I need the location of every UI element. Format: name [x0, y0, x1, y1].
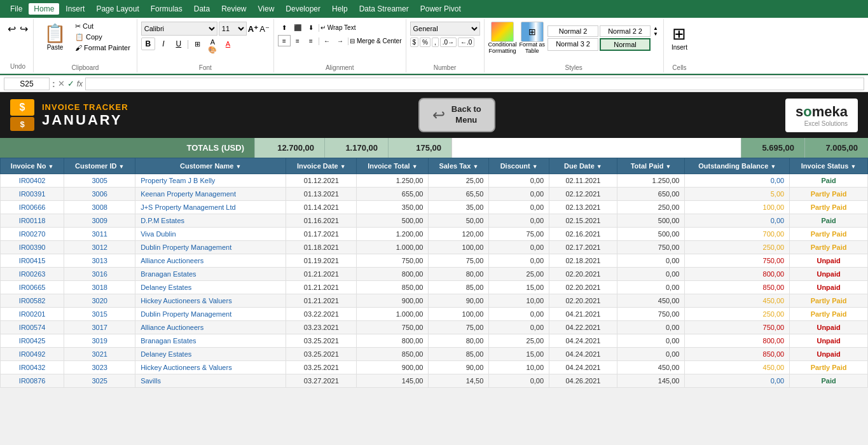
- table-cell[interactable]: Branagan Estates: [135, 334, 286, 348]
- merge-center-button[interactable]: ⊟ Merge & Center: [350, 38, 401, 44]
- table-cell[interactable]: 100,00: [685, 201, 790, 214]
- table-cell[interactable]: 3013: [64, 254, 135, 268]
- table-cell[interactable]: 3009: [64, 214, 135, 228]
- table-cell[interactable]: 65,50: [429, 188, 489, 201]
- table-cell[interactable]: 3018: [64, 281, 135, 294]
- table-cell[interactable]: 03.25.2021: [286, 361, 357, 374]
- table-cell[interactable]: 850,00: [357, 348, 429, 361]
- decrease-font-button[interactable]: A⁻: [259, 24, 270, 34]
- table-cell[interactable]: Dublin Property Management: [135, 308, 286, 321]
- table-cell[interactable]: 1.200,00: [357, 228, 429, 241]
- table-cell[interactable]: 0,00: [489, 308, 549, 321]
- table-cell[interactable]: IR00270: [1, 228, 64, 241]
- table-cell[interactable]: D.P.M Estates: [135, 214, 286, 228]
- increase-font-button[interactable]: A⁺: [248, 24, 258, 34]
- number-format-select[interactable]: General: [410, 22, 480, 36]
- table-cell[interactable]: Unpaid: [790, 321, 868, 334]
- table-cell[interactable]: 1.250,00: [617, 174, 685, 188]
- table-cell[interactable]: 900,00: [357, 294, 429, 308]
- table-cell[interactable]: Alliance Auctioneers: [135, 254, 286, 268]
- menu-help[interactable]: Help: [327, 3, 353, 15]
- table-cell[interactable]: 3008: [64, 201, 135, 214]
- table-cell[interactable]: 750,00: [685, 254, 790, 268]
- col-invoice-total[interactable]: Invoice Total ▼: [357, 158, 429, 174]
- table-cell[interactable]: 01.13.2021: [286, 188, 357, 201]
- table-cell[interactable]: 450,00: [617, 361, 685, 374]
- table-cell[interactable]: 0,00: [617, 348, 685, 361]
- table-cell[interactable]: IR00391: [1, 188, 64, 201]
- table-cell[interactable]: 75,00: [429, 254, 489, 268]
- table-cell[interactable]: 450,00: [685, 361, 790, 374]
- table-cell[interactable]: IR00263: [1, 268, 64, 281]
- table-cell[interactable]: 04.21.2021: [549, 308, 617, 321]
- underline-button[interactable]: U: [172, 38, 186, 50]
- table-cell[interactable]: 1.000,00: [357, 241, 429, 254]
- table-cell[interactable]: Unpaid: [790, 334, 868, 348]
- table-cell[interactable]: 02.17.2021: [549, 241, 617, 254]
- table-cell[interactable]: 02.18.2021: [549, 254, 617, 268]
- table-cell[interactable]: 03.25.2021: [286, 348, 357, 361]
- table-cell[interactable]: 0,00: [489, 201, 549, 214]
- confirm-formula-button[interactable]: ✓: [67, 79, 74, 88]
- table-cell[interactable]: IR00402: [1, 174, 64, 188]
- menu-review[interactable]: Review: [216, 3, 251, 15]
- table-cell[interactable]: 3020: [64, 294, 135, 308]
- styles-scroll-arrow[interactable]: ▲ ▼: [652, 25, 659, 37]
- table-cell[interactable]: Unpaid: [790, 281, 868, 294]
- table-cell[interactable]: 100,00: [429, 308, 489, 321]
- table-cell[interactable]: 0,00: [489, 374, 549, 388]
- table-cell[interactable]: 02.20.2021: [549, 294, 617, 308]
- table-cell[interactable]: 3021: [64, 348, 135, 361]
- table-cell[interactable]: IR00390: [1, 241, 64, 254]
- table-cell[interactable]: IR00425: [1, 334, 64, 348]
- table-cell[interactable]: 02.16.2021: [549, 228, 617, 241]
- table-cell[interactable]: 01.17.2021: [286, 228, 357, 241]
- wrap-text-button[interactable]: ↵ Wrap Text: [320, 24, 355, 31]
- table-cell[interactable]: 50,00: [429, 214, 489, 228]
- table-cell[interactable]: 75,00: [429, 321, 489, 334]
- table-cell[interactable]: IR00492: [1, 348, 64, 361]
- table-cell[interactable]: 3011: [64, 228, 135, 241]
- table-cell[interactable]: 900,00: [357, 361, 429, 374]
- table-cell[interactable]: 04.22.2021: [549, 321, 617, 334]
- table-cell[interactable]: 01.14.2021: [286, 201, 357, 214]
- table-cell[interactable]: 01.19.2021: [286, 254, 357, 268]
- menu-home[interactable]: Home: [29, 3, 59, 15]
- redo-button[interactable]: ↪: [18, 22, 29, 36]
- decimal-increase-button[interactable]: .0→: [440, 38, 457, 47]
- percent-button[interactable]: %: [420, 38, 431, 47]
- copy-button[interactable]: 📋 Copy: [74, 32, 132, 42]
- menu-view[interactable]: View: [253, 3, 280, 15]
- table-cell[interactable]: 85,00: [429, 348, 489, 361]
- align-center-button[interactable]: ≡: [291, 35, 304, 46]
- table-cell[interactable]: 0,00: [489, 188, 549, 201]
- table-cell[interactable]: 800,00: [357, 268, 429, 281]
- align-top-button[interactable]: ⬆: [278, 22, 291, 33]
- table-cell[interactable]: 35,00: [429, 201, 489, 214]
- table-cell[interactable]: 850,00: [685, 348, 790, 361]
- table-cell[interactable]: 02.20.2021: [549, 281, 617, 294]
- table-cell[interactable]: 10,00: [489, 294, 549, 308]
- paste-button[interactable]: 📋 Paste: [39, 22, 71, 52]
- style-normal22-box[interactable]: Normal 2 2: [600, 25, 651, 37]
- table-cell[interactable]: 650,00: [617, 188, 685, 201]
- table-cell[interactable]: 500,00: [617, 214, 685, 228]
- table-cell[interactable]: Partly Paid: [790, 241, 868, 254]
- table-cell[interactable]: 04.24.2021: [549, 348, 617, 361]
- table-cell[interactable]: 01.18.2021: [286, 241, 357, 254]
- table-cell[interactable]: Partly Paid: [790, 201, 868, 214]
- table-cell[interactable]: 03.23.2021: [286, 321, 357, 334]
- table-cell[interactable]: 1.250,00: [357, 174, 429, 188]
- undo-button[interactable]: ↩: [6, 22, 17, 36]
- table-cell[interactable]: 500,00: [617, 228, 685, 241]
- indent-increase-button[interactable]: →: [334, 35, 347, 46]
- table-cell[interactable]: 3016: [64, 268, 135, 281]
- table-cell[interactable]: 0,00: [617, 321, 685, 334]
- table-cell[interactable]: 80,00: [429, 268, 489, 281]
- table-cell[interactable]: 3023: [64, 361, 135, 374]
- table-cell[interactable]: Partly Paid: [790, 308, 868, 321]
- table-cell[interactable]: 145,00: [357, 374, 429, 388]
- col-invoice-date[interactable]: Invoice Date ▼: [286, 158, 357, 174]
- table-cell[interactable]: 0,00: [685, 174, 790, 188]
- table-cell[interactable]: 700,00: [685, 228, 790, 241]
